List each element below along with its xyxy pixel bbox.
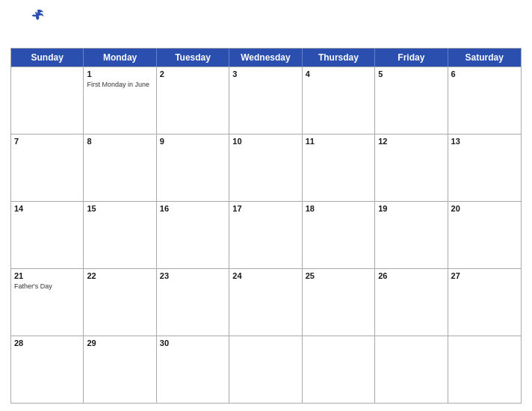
- calendar-cell: 27: [448, 269, 521, 336]
- day-number: 4: [306, 69, 371, 80]
- day-number: 19: [378, 203, 444, 214]
- calendar-header: [10, 7, 522, 45]
- day-number: 12: [378, 136, 444, 147]
- day-number: 30: [160, 338, 226, 349]
- weekday-header-wednesday: Wednesday: [229, 49, 302, 67]
- day-number: 26: [378, 271, 444, 282]
- day-number: 8: [87, 136, 152, 147]
- day-number: 22: [87, 271, 152, 282]
- calendar-body: 1First Monday in June2345678910111213141…: [11, 67, 521, 403]
- calendar-cell: 22: [84, 269, 156, 336]
- calendar-cell: 5: [375, 67, 448, 134]
- calendar-cell: 8: [84, 135, 156, 201]
- calendar-cell: 3: [229, 67, 302, 134]
- calendar-cell: 7: [11, 135, 84, 201]
- calendar-cell: 11: [303, 135, 375, 201]
- day-number: 13: [451, 136, 518, 147]
- calendar-cell: 6: [448, 67, 521, 134]
- logo: [10, 7, 63, 22]
- weekday-header-thursday: Thursday: [303, 49, 375, 67]
- day-number: 15: [87, 203, 152, 214]
- calendar-cell: 16: [157, 202, 229, 268]
- calendar-cell: 10: [229, 135, 302, 201]
- weekday-header-row: SundayMondayTuesdayWednesdayThursdayFrid…: [11, 49, 521, 67]
- calendar-grid: SundayMondayTuesdayWednesdayThursdayFrid…: [10, 48, 522, 404]
- calendar-cell: 26: [375, 269, 448, 336]
- logo-bird-icon: [30, 8, 45, 22]
- weekday-header-tuesday: Tuesday: [157, 49, 229, 67]
- day-number: 1: [87, 69, 152, 80]
- weekday-header-friday: Friday: [375, 49, 448, 67]
- day-number: 21: [14, 271, 80, 282]
- calendar-cell: 4: [303, 67, 375, 134]
- calendar-cell: 23: [157, 269, 229, 336]
- calendar-cell: 28: [11, 336, 84, 403]
- calendar-cell: 1First Monday in June: [84, 67, 156, 134]
- calendar-week-2: 78910111213: [11, 134, 521, 201]
- day-number: 6: [451, 69, 518, 80]
- weekday-header-saturday: Saturday: [448, 49, 521, 67]
- day-number: 29: [87, 338, 152, 349]
- calendar-page: SundayMondayTuesdayWednesdayThursdayFrid…: [0, 0, 532, 411]
- calendar-cell: 12: [375, 135, 448, 201]
- calendar-cell: 24: [229, 269, 302, 336]
- calendar-cell: 30: [157, 336, 229, 403]
- day-number: 28: [14, 338, 80, 349]
- calendar-cell: 17: [229, 202, 302, 268]
- day-number: 27: [451, 271, 518, 282]
- weekday-header-monday: Monday: [84, 49, 156, 67]
- day-number: 18: [306, 203, 371, 214]
- day-number: 14: [14, 203, 80, 214]
- event-label: Father's Day: [14, 282, 80, 291]
- calendar-cell: 21Father's Day: [11, 269, 84, 336]
- day-number: 10: [232, 136, 298, 147]
- calendar-cell: 19: [375, 202, 448, 268]
- calendar-cell: [11, 67, 84, 134]
- calendar-cell: 9: [157, 135, 229, 201]
- calendar-cell: 13: [448, 135, 521, 201]
- day-number: 7: [14, 136, 80, 147]
- calendar-week-3: 14151617181920: [11, 201, 521, 268]
- calendar-week-5: 282930: [11, 336, 521, 403]
- calendar-cell: 25: [303, 269, 375, 336]
- calendar-cell: 29: [84, 336, 156, 403]
- calendar-cell: [448, 336, 521, 403]
- calendar-week-4: 21Father's Day222324252627: [11, 268, 521, 336]
- calendar-cell: 2: [157, 67, 229, 134]
- day-number: 23: [160, 271, 226, 282]
- day-number: 24: [232, 271, 298, 282]
- day-number: 5: [378, 69, 444, 80]
- calendar-cell: [303, 336, 375, 403]
- day-number: 9: [160, 136, 226, 147]
- calendar-cell: 14: [11, 202, 84, 268]
- day-number: 17: [232, 203, 298, 214]
- day-number: 11: [306, 136, 371, 147]
- calendar-cell: 18: [303, 202, 375, 268]
- day-number: 20: [451, 203, 518, 214]
- calendar-week-1: 1First Monday in June23456: [11, 67, 521, 134]
- day-number: 16: [160, 203, 226, 214]
- calendar-cell: [375, 336, 448, 403]
- calendar-cell: 15: [84, 202, 156, 268]
- event-label: First Monday in June: [87, 81, 152, 89]
- calendar-cell: 20: [448, 202, 521, 268]
- day-number: 25: [306, 271, 371, 282]
- weekday-header-sunday: Sunday: [11, 49, 84, 67]
- day-number: 2: [160, 69, 226, 80]
- calendar-cell: [229, 336, 302, 403]
- day-number: 3: [232, 69, 298, 80]
